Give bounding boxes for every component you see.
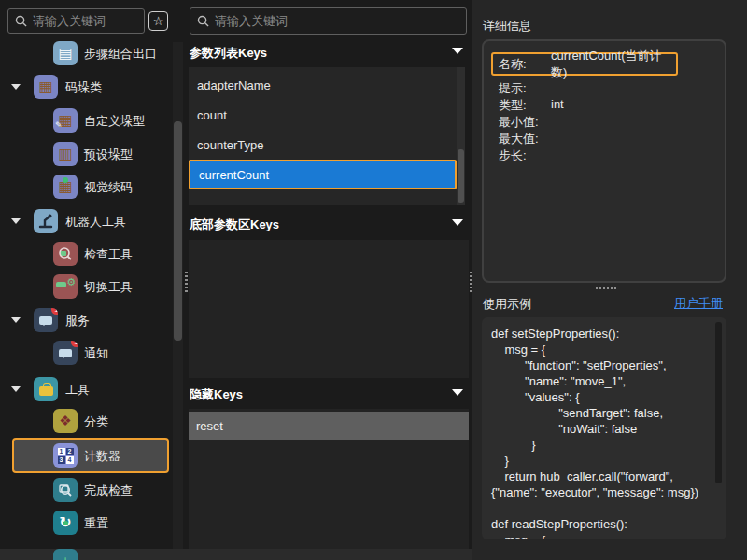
sidebar-item-tools[interactable]: 工具 [0,372,173,406]
chat-bubble-icon [39,316,52,325]
robot-tools-icon [34,209,58,233]
list-item-currentCount[interactable]: currentCount [189,160,457,189]
notify-icon: 1 [53,341,78,365]
pencil-icon: ✎ [55,121,63,130]
sidebar-item-notify[interactable]: 1 通知 [0,336,173,370]
robot-arm-icon [36,212,55,231]
param-list: adapterName count counterType currentCou… [189,67,457,205]
horizontal-splitter-grip[interactable] [596,287,618,289]
favorites-filter-button[interactable]: ☆ [148,11,168,31]
list-item-counterType[interactable]: counterType [189,130,457,160]
magnifier-gripper-icon [57,245,74,262]
param-list-scrollbar-track[interactable] [457,67,465,205]
sidebar-item-switch-tool[interactable]: ⚙ 切换工具 [0,270,173,303]
switch-tool-icon: ⚙ [53,274,78,299]
hidden-keys-panel: reset [189,409,469,549]
toolbox-icon [39,386,53,396]
step-combine-exit-icon: ▤ [53,41,78,65]
collapse-triangle-icon[interactable] [452,389,463,396]
service-icon: 1 [34,308,58,332]
completion-check-icon [53,478,78,502]
star-box-icon: ☆ [153,14,164,28]
gripper-icon [56,282,66,287]
sidebar-item-counter[interactable]: 1 2 3 4 计数器 [12,438,169,473]
check-tool-icon [53,242,78,266]
sidebar-scrollbar-thumb[interactable] [174,121,182,341]
sidebar-item-classify[interactable]: ❖ 分类 [0,404,173,438]
search-icon [197,15,209,27]
camera-dot-icon [63,177,68,183]
green-dot-icon [63,521,68,525]
sidebar-search-input[interactable] [33,14,137,28]
example-title: 使用示例 [483,296,531,313]
reset-icon: ↻ [53,511,78,535]
list-item-adapterName[interactable]: adapterName [189,70,457,100]
user-manual-link[interactable]: 用户手册 [674,295,723,312]
palletizing-category-icon: ▦ [34,75,58,99]
expander-triangle-icon[interactable] [11,386,21,392]
magnifier-grid-icon [57,482,74,498]
sidebar-item-vision-resume[interactable]: ▦ 视觉续码 [0,170,173,203]
preset-pallet-icon: ▥ [53,142,78,166]
expander-triangle-icon[interactable] [11,218,21,224]
detail-row-type: 类型: int [484,97,726,114]
sidebar-search-box[interactable] [7,8,145,34]
param-list-scrollbar-thumb[interactable] [458,149,464,203]
left-middle-area: ☆ ▤ 步骤组合出口 ▦ 码垛类 ▦ ✎ 自定义垛型 ▥ 预设垛型 ▦ 视觉续码 [0,0,472,549]
sidebar-item-palletizing-category[interactable]: ▦ 码垛类 [0,70,173,104]
chat-bubble-icon [59,349,72,357]
right-panel: 详细信息 名称: currentCount(当前计数) 提示: 类型: int … [472,0,747,560]
expander-triangle-icon[interactable] [11,84,21,90]
sidebar-item-partial[interactable]: + [0,546,173,560]
param-search-input[interactable] [215,14,459,28]
section-header-param-list[interactable]: 参数列表Keys [190,45,467,62]
sidebar-item-robot-tools[interactable]: 机器人工具 [0,204,173,238]
notification-badge: 1 [51,308,58,315]
sidebar-item-step-combine-exit[interactable]: ▤ 步骤组合出口 [0,36,173,70]
search-icon [15,15,27,27]
list-item-count[interactable]: count [189,100,457,130]
gear-icon: ⚙ [66,277,76,287]
detail-value: currentCount(当前计数) [551,48,676,81]
code-example-box: def setStepProperties(): msg = { "functi… [482,317,726,539]
left-splitter-grip[interactable] [185,272,188,292]
digits-grid-icon: 1 2 3 4 [58,448,74,464]
notification-badge: 1 [71,341,78,347]
section-header-bottom-params[interactable]: 底部参数区Keys [190,217,467,233]
vision-resume-icon: ▦ [53,175,78,199]
detail-row-min: 最小值: [484,114,726,131]
detail-row-max: 最大值: [484,131,726,147]
section-header-hidden-keys[interactable]: 隐藏Keys [190,386,467,403]
details-box: 名称: currentCount(当前计数) 提示: 类型: int 最小值: … [482,39,726,283]
sidebar-item-check-tool[interactable]: 检查工具 [0,237,173,271]
name-row-highlight: 名称: currentCount(当前计数) [491,52,678,76]
detail-row-hint: 提示: [484,80,726,97]
list-item-reset[interactable]: reset [189,412,469,440]
sidebar-item-reset[interactable]: ↻ 重置 [0,506,173,539]
bottom-params-panel [189,240,469,378]
detail-label: 名称: [499,56,527,73]
sidebar-scrollbar-track[interactable] [173,42,183,549]
param-search-box[interactable] [190,7,467,35]
detail-row-step: 步长: [484,147,726,164]
sidebar-item-custom-pallet[interactable]: ▦ ✎ 自定义垛型 [0,104,173,137]
counter-icon: 1 2 3 4 [53,443,78,468]
collapse-triangle-icon[interactable] [452,219,463,226]
sidebar-item-preset-pallet[interactable]: ▥ 预设垛型 [0,137,173,171]
classify-icon: ❖ [53,409,78,433]
tools-icon [34,377,58,401]
partial-bottom-icon: + [53,549,78,560]
sidebar-item-service[interactable]: 1 服务 [0,303,173,337]
sidebar-item-completion-check[interactable]: 完成检查 [0,473,173,507]
code-example: def setStepProperties(): msg = { "functi… [482,317,726,539]
collapse-triangle-icon[interactable] [452,48,463,54]
details-title: 详细信息 [483,18,531,35]
custom-pallet-icon: ▦ ✎ [53,108,78,133]
expander-triangle-icon[interactable] [11,317,21,323]
code-scrollbar-thumb[interactable] [715,322,722,483]
